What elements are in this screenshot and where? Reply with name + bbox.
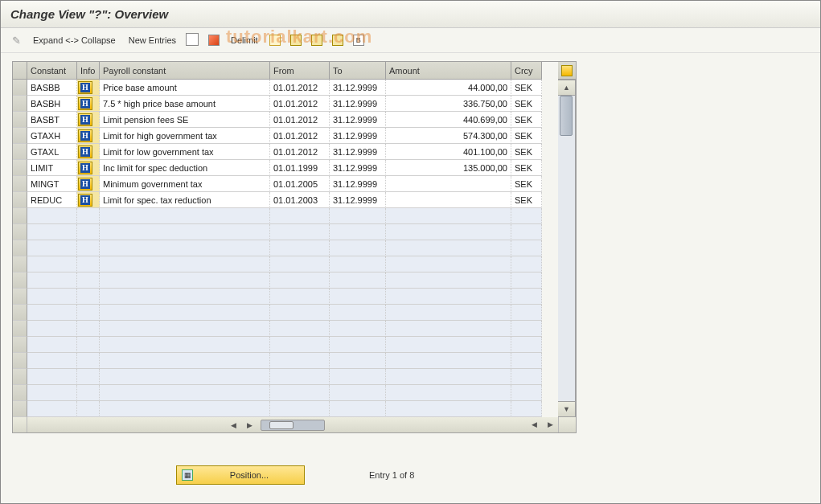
cell-payroll[interactable]: Limit for spec. tax reduction bbox=[100, 192, 270, 208]
row-selector[interactable] bbox=[13, 96, 27, 112]
scroll-up-button[interactable]: ▲ bbox=[558, 80, 576, 96]
cell-crcy[interactable]: SEK bbox=[511, 160, 542, 176]
row-selector[interactable] bbox=[13, 272, 27, 289]
cell-constant[interactable]: BASBB bbox=[27, 80, 77, 96]
row-selector[interactable] bbox=[13, 160, 27, 176]
cell-payroll[interactable]: Inc limit for spec deduction bbox=[100, 160, 270, 176]
cell-payroll[interactable]: Price base amount bbox=[100, 80, 270, 96]
cell-from[interactable]: 01.01.2012 bbox=[270, 96, 330, 112]
row-selector[interactable] bbox=[13, 305, 27, 321]
copy-as-icon[interactable] bbox=[186, 33, 200, 47]
position-button[interactable]: ▦ Position... bbox=[176, 465, 305, 485]
cell-payroll[interactable]: Limit pension fees SE bbox=[100, 112, 270, 128]
cell-constant[interactable]: BASBH bbox=[27, 96, 77, 112]
cell-constant[interactable]: LIMIT bbox=[27, 160, 77, 176]
scroll-thumb-vertical[interactable] bbox=[560, 96, 573, 136]
cell-constant[interactable]: GTAXH bbox=[27, 128, 77, 144]
deselect-all-icon[interactable] bbox=[330, 33, 345, 47]
row-selector[interactable] bbox=[13, 240, 27, 256]
cell-payroll[interactable]: 7.5 * high price base amount bbox=[100, 96, 270, 112]
col-header-crcy[interactable]: Crcy bbox=[511, 62, 542, 80]
undo-change-icon[interactable] bbox=[268, 33, 282, 47]
cell-amount[interactable]: 336.750,00 bbox=[386, 96, 511, 112]
cell-to[interactable]: 31.12.9999 bbox=[330, 80, 386, 96]
info-button[interactable]: H bbox=[78, 162, 92, 174]
row-selector[interactable] bbox=[13, 224, 27, 240]
cell-crcy[interactable]: SEK bbox=[511, 144, 542, 160]
col-header-info[interactable]: Info bbox=[77, 62, 100, 80]
scrollbar-vertical[interactable] bbox=[558, 96, 576, 401]
row-selector[interactable] bbox=[13, 369, 27, 385]
info-button[interactable]: H bbox=[78, 145, 92, 158]
row-selector[interactable] bbox=[13, 128, 27, 144]
row-selector[interactable] bbox=[13, 144, 27, 160]
cell-from[interactable]: 01.01.2012 bbox=[270, 80, 330, 96]
col-header-amount[interactable]: Amount bbox=[386, 62, 511, 80]
info-button[interactable]: H bbox=[78, 129, 92, 142]
cell-amount[interactable] bbox=[386, 192, 511, 208]
toggle-display-change-icon[interactable] bbox=[9, 33, 23, 47]
info-button[interactable]: H bbox=[78, 113, 92, 126]
row-selector[interactable] bbox=[13, 353, 27, 369]
cell-to[interactable]: 31.12.9999 bbox=[330, 144, 386, 160]
row-selector[interactable] bbox=[13, 321, 27, 337]
cell-crcy[interactable]: SEK bbox=[511, 80, 542, 96]
scroll-left-button[interactable]: ◀ bbox=[226, 418, 240, 432]
bc-set-field-icon[interactable]: B bbox=[351, 33, 366, 47]
cell-constant[interactable]: BASBT bbox=[27, 112, 77, 128]
row-selector[interactable] bbox=[13, 112, 27, 128]
delimit-button[interactable]: Delimit bbox=[228, 34, 261, 47]
scroll-thumb-horizontal[interactable] bbox=[269, 421, 294, 429]
cell-payroll[interactable]: Minimum government tax bbox=[100, 176, 270, 192]
cell-to[interactable]: 31.12.9999 bbox=[330, 176, 386, 192]
scroll-right-button[interactable]: ▶ bbox=[242, 418, 257, 432]
select-all-icon[interactable] bbox=[289, 33, 303, 47]
select-block-icon[interactable] bbox=[310, 33, 324, 47]
cell-amount[interactable]: 401.100,00 bbox=[386, 144, 511, 160]
cell-amount[interactable]: 574.300,00 bbox=[386, 128, 511, 144]
cell-payroll[interactable]: Limit for high government tax bbox=[100, 128, 270, 144]
cell-to[interactable]: 31.12.9999 bbox=[330, 160, 386, 176]
cell-to[interactable]: 31.12.9999 bbox=[330, 128, 386, 144]
cell-from[interactable]: 01.01.2012 bbox=[270, 144, 330, 160]
cell-from[interactable]: 01.01.2012 bbox=[270, 128, 330, 144]
row-selector[interactable] bbox=[13, 208, 27, 224]
cell-crcy[interactable]: SEK bbox=[511, 192, 542, 208]
row-selector[interactable] bbox=[13, 80, 27, 96]
row-selector[interactable] bbox=[13, 337, 27, 353]
row-selector[interactable] bbox=[13, 401, 27, 417]
table-settings-button[interactable] bbox=[558, 62, 576, 80]
cell-amount[interactable]: 440.699,00 bbox=[386, 112, 511, 128]
cell-constant[interactable]: GTAXL bbox=[27, 144, 77, 160]
row-selector[interactable] bbox=[13, 289, 27, 305]
row-selector[interactable] bbox=[13, 385, 27, 401]
cell-crcy[interactable]: SEK bbox=[511, 96, 542, 112]
col-header-payroll[interactable]: Payroll constant bbox=[100, 62, 270, 80]
scroll-left-button-2[interactable]: ◀ bbox=[527, 417, 541, 432]
cell-from[interactable]: 01.01.1999 bbox=[270, 160, 330, 176]
cell-crcy[interactable]: SEK bbox=[511, 112, 542, 128]
cell-crcy[interactable]: SEK bbox=[511, 176, 542, 192]
col-header-constant[interactable]: Constant bbox=[27, 62, 77, 80]
scroll-right-button-2[interactable]: ▶ bbox=[543, 417, 557, 432]
cell-from[interactable]: 01.01.2003 bbox=[270, 192, 330, 208]
cell-amount[interactable] bbox=[386, 176, 511, 192]
cell-payroll[interactable]: Limit for low government tax bbox=[100, 144, 270, 160]
info-button[interactable]: H bbox=[78, 97, 92, 110]
info-button[interactable]: H bbox=[78, 178, 92, 191]
info-button[interactable]: H bbox=[78, 81, 92, 94]
row-selector[interactable] bbox=[13, 256, 27, 272]
cell-to[interactable]: 31.12.9999 bbox=[330, 112, 386, 128]
row-selector[interactable] bbox=[13, 192, 27, 208]
cell-to[interactable]: 31.12.9999 bbox=[330, 96, 386, 112]
scroll-down-button[interactable]: ▼ bbox=[558, 401, 576, 417]
cell-constant[interactable]: REDUC bbox=[27, 192, 77, 208]
cell-from[interactable]: 01.01.2005 bbox=[270, 176, 330, 192]
cell-amount[interactable]: 44.000,00 bbox=[386, 80, 511, 96]
new-entries-button[interactable]: New Entries bbox=[125, 34, 179, 47]
cell-to[interactable]: 31.12.9999 bbox=[330, 192, 386, 208]
expand-collapse-button[interactable]: Expand <-> Collapse bbox=[30, 34, 119, 47]
cell-from[interactable]: 01.01.2012 bbox=[270, 112, 330, 128]
cell-crcy[interactable]: SEK bbox=[511, 128, 542, 144]
col-header-from[interactable]: From bbox=[270, 62, 330, 80]
